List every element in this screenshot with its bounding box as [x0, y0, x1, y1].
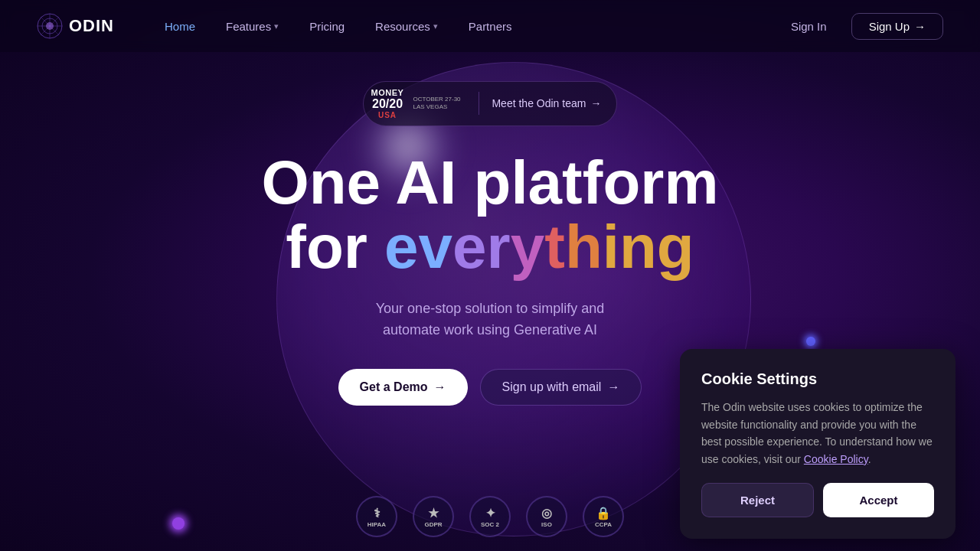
aicpa-icon: ✦ [485, 506, 495, 520]
signin-button[interactable]: Sign In [779, 14, 839, 39]
everything-word: everything [384, 215, 694, 279]
cookie-modal: Cookie Settings The Odin website uses co… [680, 349, 956, 539]
cookie-title: Cookie Settings [701, 370, 934, 388]
trust-badge-hipaa: ⚕ HIPAA [356, 496, 397, 537]
trust-badge-gdpr: ★ GDPR [413, 496, 454, 537]
logo[interactable]: ODIN [37, 13, 114, 39]
gdpr-icon: ★ [428, 506, 439, 520]
nav-pricing[interactable]: Pricing [296, 14, 358, 39]
nav-actions: Sign In Sign Up → [779, 13, 943, 40]
hipaa-icon: ⚕ [374, 506, 381, 520]
trust-badges: ⚕ HIPAA ★ GDPR ✦ SOC 2 ◎ ISO 🔒 CCPA [356, 496, 624, 537]
cookie-reject-button[interactable]: Reject [701, 483, 814, 517]
nav-links: Home Features ▾ Pricing Resources ▾ Part… [151, 14, 779, 39]
nav-features[interactable]: Features ▾ [212, 14, 292, 39]
logo-text: ODIN [69, 16, 114, 36]
nav-partners[interactable]: Partners [455, 14, 526, 39]
trust-badge-iso: ◎ ISO [526, 496, 567, 537]
logo-icon [37, 13, 63, 39]
hero-subtitle: Your one-stop solution to simplify and a… [376, 298, 605, 342]
money2020-logo: MONEY 20/20 USA [371, 88, 404, 119]
get-demo-button[interactable]: Get a Demo → [338, 369, 468, 406]
signup-email-button[interactable]: Sign up with email → [480, 369, 642, 406]
hero-title: One AI platform for everything [261, 151, 718, 279]
trust-badge-aicpa: ✦ SOC 2 [469, 496, 511, 537]
cookie-accept-button[interactable]: Accept [823, 483, 934, 517]
signup-button[interactable]: Sign Up → [851, 13, 943, 40]
resources-chevron: ▾ [433, 21, 438, 31]
badge-details: OCTOBER 27-30 LAS VEGAS [413, 96, 466, 112]
features-chevron: ▾ [274, 21, 279, 31]
trust-badge-ccpa: 🔒 CCPA [583, 496, 624, 537]
ccpa-icon: 🔒 [596, 506, 611, 520]
nav-resources[interactable]: Resources ▾ [361, 14, 452, 39]
badge-divider [479, 92, 479, 115]
navbar: ODIN Home Features ▾ Pricing Resources ▾… [0, 0, 980, 52]
nav-home[interactable]: Home [151, 14, 209, 39]
decorative-dot-purple [172, 517, 185, 530]
cookie-policy-link[interactable]: Cookie Policy [804, 453, 868, 465]
iso-icon: ◎ [541, 506, 552, 520]
badge-cta: Meet the Odin team → [492, 97, 601, 109]
cta-buttons: Get a Demo → Sign up with email → [338, 369, 642, 406]
event-badge[interactable]: MONEY 20/20 USA OCTOBER 27-30 LAS VEGAS … [363, 81, 618, 126]
cookie-actions: Reject Accept [701, 483, 934, 517]
cookie-body: The Odin website uses cookies to optimiz… [701, 399, 934, 468]
